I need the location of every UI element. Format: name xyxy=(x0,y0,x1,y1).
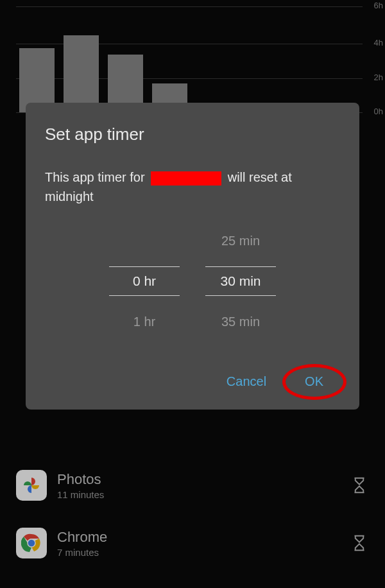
modal-title: Set app timer xyxy=(45,125,340,144)
hour-selected[interactable]: 0 hr xyxy=(109,266,180,296)
minute-selected[interactable]: 30 min xyxy=(205,266,276,296)
minute-prev[interactable]: 25 min xyxy=(221,232,260,250)
modal-description: This app timer for will reset at midnigh… xyxy=(45,168,340,206)
time-picker[interactable]: 0 hr 1 hr 25 min 30 min 35 min xyxy=(45,232,340,331)
minute-picker[interactable]: 25 min 30 min 35 min xyxy=(205,232,276,331)
ok-label: OK xyxy=(305,374,323,388)
desc-prefix: This app timer for xyxy=(45,170,145,184)
hour-next[interactable]: 1 hr xyxy=(133,313,155,331)
hour-picker[interactable]: 0 hr 1 hr xyxy=(109,232,180,331)
modal-overlay: Set app timer This app timer for will re… xyxy=(0,0,385,588)
ok-button[interactable]: OK xyxy=(300,369,329,394)
app-timer-modal: Set app timer This app timer for will re… xyxy=(26,103,359,410)
redacted-app-name xyxy=(151,171,221,186)
modal-actions: Cancel OK xyxy=(45,369,340,394)
minute-next[interactable]: 35 min xyxy=(221,313,260,331)
cancel-button[interactable]: Cancel xyxy=(221,369,271,394)
